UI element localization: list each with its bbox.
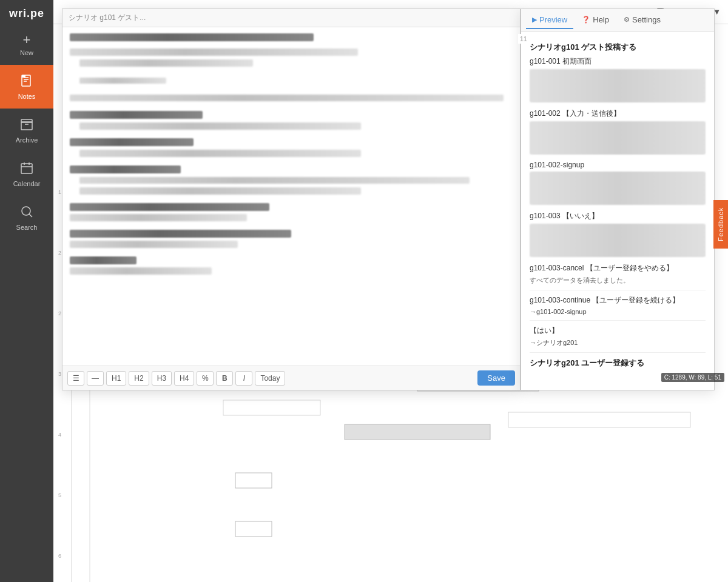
feedback-button[interactable]: Feedback [713, 200, 728, 249]
calendar-icon [19, 161, 34, 178]
h2-button[interactable]: H2 [129, 371, 149, 386]
preview-image-3 [530, 224, 706, 257]
preview-divider-4 [530, 290, 706, 290]
preview-panel: ▶ Preview ❓ Help ⚙ Settings シナリオg101 ゲスト… [521, 8, 715, 390]
svg-point-12 [22, 207, 30, 215]
svg-rect-5 [21, 122, 32, 130]
today-button[interactable]: Today [255, 371, 285, 386]
svg-text:2: 2 [58, 250, 61, 256]
svg-text:3: 3 [58, 371, 61, 377]
h4-button[interactable]: H4 [174, 371, 194, 386]
svg-text:5: 5 [58, 492, 61, 498]
tab-help-label: Help [593, 15, 609, 24]
bold-button[interactable]: B [216, 371, 233, 386]
editor-toolbar: ☰ — H1 H2 H3 H4 % B I Today Save [62, 366, 520, 390]
sidebar-item-archive-label: Archive [16, 136, 38, 144]
notes-title-text: シナリオ g101 ゲスト... [69, 13, 146, 22]
svg-rect-40 [235, 521, 272, 537]
editor-textarea[interactable] [62, 27, 520, 366]
archive-icon [19, 117, 34, 134]
play-icon: ▶ [532, 16, 537, 24]
h3-button[interactable]: H3 [152, 371, 172, 386]
preview-item-label-6: 【はい】 [530, 326, 706, 336]
search-icon [19, 204, 34, 221]
sidebar-item-new-label: New [20, 49, 33, 56]
sidebar-item-calendar[interactable]: Calendar [0, 152, 53, 196]
svg-rect-37 [345, 424, 490, 440]
tab-settings-label: Settings [632, 15, 661, 24]
preview-image-2 [530, 172, 706, 205]
preview-image-0 [530, 69, 706, 102]
italic-button[interactable]: I [235, 371, 252, 386]
sidebar-item-search-label: Search [16, 224, 38, 231]
svg-rect-36 [223, 400, 320, 415]
preview-section-title-2: シナリオg201 ユーザー登録する [530, 358, 706, 369]
sidebar-item-archive[interactable]: Archive [0, 109, 53, 152]
preview-item-subtext-4: すべてのデータを消去しました。 [530, 276, 706, 285]
sidebar-item-search[interactable]: Search [0, 196, 53, 239]
tab-preview[interactable]: ▶ Preview [526, 12, 573, 29]
sidebar-item-notes-label: Notes [18, 93, 36, 100]
preview-item-arrow-6: →シナリオg201 [530, 338, 706, 347]
preview-item-label-1: g101-002 【入力・送信後】 [530, 109, 706, 119]
preview-divider-6 [530, 352, 706, 353]
preview-item-label-3: g101-003 【いいえ】 [530, 211, 706, 221]
preview-item-label-4: g101-003-cancel 【ユーザー登録をやめる】 [530, 263, 706, 273]
sidebar: wri.pe + New Notes Archive Calendar Sear… [0, 0, 53, 582]
preview-image-1 [530, 121, 706, 155]
svg-text:1: 1 [58, 189, 61, 195]
gear-icon: ⚙ [624, 16, 630, 24]
link-button[interactable]: % [197, 371, 214, 386]
preview-section-title-1: シナリオg101 ゲスト投稿する [530, 42, 706, 53]
preview-tabs: ▶ Preview ❓ Help ⚙ Settings [521, 9, 714, 32]
list-button[interactable]: ☰ [67, 371, 84, 386]
preview-content[interactable]: シナリオg101 ゲスト投稿する g101-001 初期画面 g101-002 … [521, 32, 714, 390]
preview-item-label-2: g101-002-signup [530, 161, 706, 169]
feedback-label: Feedback [717, 207, 724, 241]
svg-text:2: 2 [58, 310, 61, 316]
svg-rect-8 [21, 164, 32, 173]
svg-rect-38 [508, 412, 690, 427]
page-number: 11 [518, 34, 529, 44]
sidebar-item-notes[interactable]: Notes [0, 65, 53, 109]
svg-rect-39 [235, 473, 272, 488]
preview-item-label-5: g101-003-continue 【ユーザー登録を続ける】 [530, 295, 706, 306]
plus-icon: + [23, 33, 31, 47]
tab-settings[interactable]: ⚙ Settings [618, 12, 667, 29]
svg-line-13 [29, 214, 32, 217]
status-bar: C: 1289, W: 89, L: 51 [661, 373, 724, 382]
tab-preview-label: Preview [539, 15, 567, 24]
preview-item-arrow-5: →g101-002-signup [530, 308, 706, 315]
tab-help[interactable]: ❓ Help [576, 12, 615, 29]
svg-text:4: 4 [58, 432, 61, 438]
svg-rect-6 [21, 119, 32, 122]
save-button[interactable]: Save [477, 370, 515, 386]
h1-button[interactable]: H1 [106, 371, 126, 386]
preview-item-label-0: g101-001 初期画面 [530, 56, 706, 67]
app-logo: wri.pe [9, 0, 44, 25]
notes-icon [19, 73, 34, 90]
svg-rect-4 [22, 75, 25, 78]
svg-text:6: 6 [58, 553, 61, 559]
sidebar-item-new[interactable]: + New [0, 25, 53, 65]
notes-editor: シナリオ g101 ゲスト... [62, 8, 521, 390]
notes-title: シナリオ g101 ゲスト... [62, 9, 520, 27]
sidebar-item-calendar-label: Calendar [13, 180, 41, 187]
preview-divider-5 [530, 320, 706, 321]
help-icon: ❓ [582, 16, 590, 24]
hr-button[interactable]: — [87, 371, 104, 386]
